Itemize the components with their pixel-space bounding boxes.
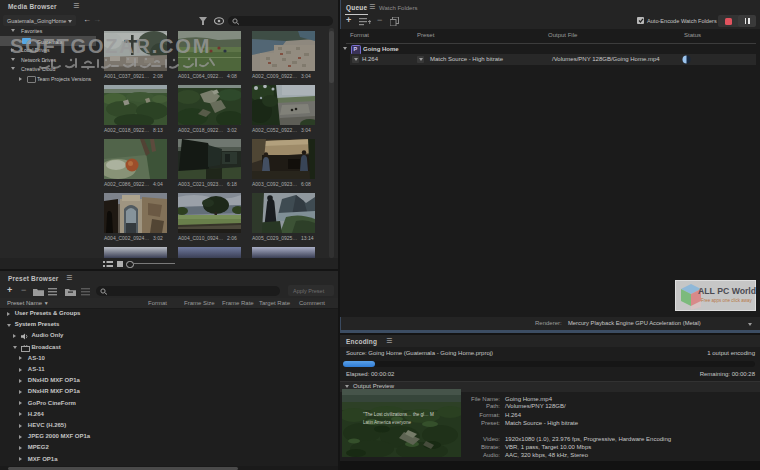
svg-text:"The Lost civilizations… the g: "The Lost civilizations… the gl… M [363,412,434,417]
svg-text:Latin America everyone: Latin America everyone [363,420,411,425]
